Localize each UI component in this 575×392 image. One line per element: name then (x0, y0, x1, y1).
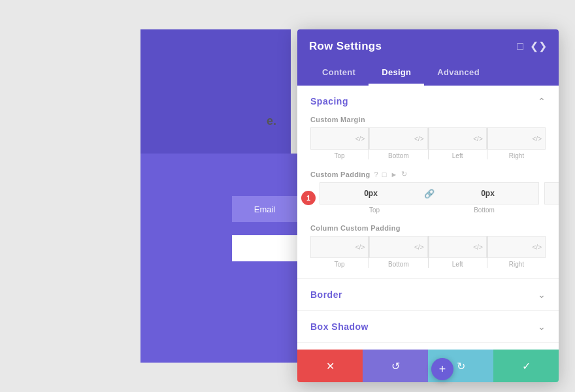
column-custom-padding-group: Column Custom Padding </> Top </> (310, 224, 546, 268)
edge-text: e. (267, 114, 276, 128)
col-padding-bottom-code: </> (414, 244, 423, 251)
tabs: Content Design Advanced (309, 61, 547, 86)
bg-block-purple (140, 29, 291, 157)
mobile-icon[interactable]: □ (382, 171, 387, 178)
col-padding-right-cell: </> Right (487, 236, 546, 268)
panel-title: Row Settings (309, 40, 382, 53)
box-shadow-section-header[interactable]: Box Shadow ⌄ (310, 321, 546, 332)
margin-bottom-label: Bottom (388, 152, 409, 159)
padding-bottom-sublabel: Bottom (429, 206, 539, 214)
header-icons: □ ❮❯ (517, 41, 547, 52)
margin-right-code-icon: </> (533, 135, 542, 142)
column-custom-padding-label: Column Custom Padding (310, 224, 546, 232)
white-block (232, 235, 297, 261)
spacing-toggle-icon[interactable]: ⌃ (538, 96, 546, 106)
spacing-title: Spacing (310, 96, 348, 106)
margin-left-label: Left (452, 152, 463, 159)
tab-content[interactable]: Content (309, 61, 369, 86)
spacing-section-header[interactable]: Spacing ⌃ (310, 96, 546, 106)
margin-right-label: Right (509, 152, 524, 159)
col-padding-bottom-box: </> (369, 236, 427, 258)
box-shadow-title: Box Shadow (310, 321, 369, 332)
tab-advanced[interactable]: Advanced (424, 61, 493, 86)
col-padding-bottom-label: Bottom (388, 261, 409, 268)
margin-top-code-icon: </> (355, 135, 365, 142)
step-badge: 1 (301, 191, 316, 205)
box-shadow-section: Box Shadow ⌄ (297, 311, 559, 343)
spacing-section: Spacing ⌃ Custom Margin </> Top (297, 86, 559, 279)
col-padding-right-label: Right (509, 261, 524, 268)
padding-bottom-input[interactable] (437, 189, 538, 198)
link-chain-icon[interactable]: 🔗 (421, 189, 437, 199)
margin-right-input-box: </> (487, 127, 546, 150)
margin-left-code-icon: </> (473, 135, 482, 142)
custom-margin-group: Custom Margin </> Top </> (310, 116, 546, 159)
email-button[interactable]: Email (232, 196, 297, 222)
cancel-button[interactable]: ✕ (297, 350, 363, 382)
border-toggle-icon[interactable]: ⌄ (538, 289, 546, 300)
custom-padding-label-row: Custom Padding ? □ ► ↻ (310, 170, 546, 178)
margin-top-label: Top (335, 152, 345, 159)
col-padding-bottom-cell: </> Bottom (369, 236, 427, 268)
margin-left-input-box: </> (429, 127, 487, 150)
panel-header: Row Settings □ ❮❯ Content Design Advance… (297, 29, 559, 86)
col-padding-top-cell: </> Top (310, 236, 369, 268)
box-shadow-toggle-icon[interactable]: ⌄ (538, 321, 546, 332)
reset-button[interactable]: ↺ (363, 350, 428, 382)
margin-bottom-input-box: </> (369, 127, 427, 150)
margin-right-cell: </> Right (487, 127, 546, 159)
fab-add-button[interactable]: + (431, 358, 453, 380)
row-settings-panel: Row Settings □ ❮❯ Content Design Advance… (297, 29, 559, 382)
col-padding-right-code: </> (533, 244, 542, 251)
custom-margin-label: Custom Margin (310, 116, 546, 123)
margin-left-cell: </> Left (428, 127, 487, 159)
padding-top-sublabel: Top (320, 206, 429, 214)
cursor-icon[interactable]: ► (390, 171, 397, 178)
col-padding-right-box: </> (487, 236, 546, 258)
border-section-header[interactable]: Border ⌄ (310, 289, 546, 300)
col-padding-left-code: </> (473, 244, 482, 251)
col-padding-top-code: </> (355, 244, 365, 251)
panel-body: Spacing ⌃ Custom Margin </> Top (297, 86, 559, 350)
border-title: Border (310, 289, 342, 300)
col-padding-left-cell: </> Left (428, 236, 487, 268)
margin-bottom-cell: </> Bottom (369, 127, 427, 159)
tab-design[interactable]: Design (369, 61, 424, 86)
custom-margin-inputs: </> Top </> Bottom </> (310, 127, 546, 159)
col-padding-left-label: Left (452, 261, 463, 268)
custom-padding-label: Custom Padding (310, 171, 370, 178)
save-button[interactable]: ✓ (493, 350, 559, 382)
margin-top-input-box: </> (310, 127, 369, 150)
reset-icon[interactable]: ↻ (401, 170, 407, 178)
panel-footer: ✕ ↺ ↻ ✓ (297, 350, 559, 382)
padding-top-input[interactable] (320, 189, 421, 198)
question-icon[interactable]: ? (374, 171, 378, 178)
col-padding-top-box: </> (310, 236, 369, 258)
padding-left-sublabel: Left (544, 206, 559, 214)
responsive-icon[interactable]: □ (517, 41, 523, 52)
border-section: Border ⌄ (297, 279, 559, 311)
margin-top-cell: </> Top (310, 127, 369, 159)
col-padding-top-label: Top (335, 261, 345, 268)
panel-title-row: Row Settings □ ❮❯ (309, 40, 547, 53)
padding-left-input[interactable] (545, 183, 559, 204)
col-padding-left-box: </> (429, 236, 487, 258)
columns-icon[interactable]: ❮❯ (530, 41, 547, 52)
column-padding-inputs: </> Top </> Bottom </> (310, 236, 546, 268)
custom-padding-group: Custom Padding ? □ ► ↻ 1 🔗 (310, 170, 546, 214)
margin-bottom-code-icon: </> (414, 135, 423, 142)
